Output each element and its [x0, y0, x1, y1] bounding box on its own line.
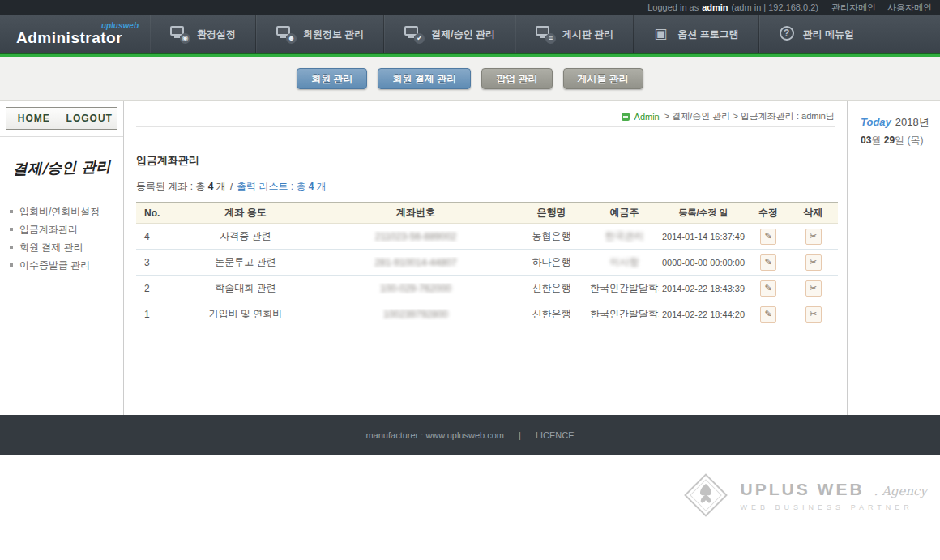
- nav-item[interactable]: ≡게시판 관리: [515, 15, 634, 53]
- today-date: 03월 29일 (목): [861, 134, 940, 147]
- cell-date: 2014-02-22 18:44:20: [659, 310, 748, 319]
- cell-delete: ✂: [788, 280, 838, 297]
- top-strip: Logged in as admin (adm in | 192.168.0.2…: [0, 0, 940, 15]
- column-header: No.: [136, 207, 173, 219]
- topbar-links: 관리자메인사용자메인: [831, 2, 932, 14]
- table-row: 3논문투고 관련281-910014-44807하나은행이사항0000-00-0…: [136, 250, 838, 276]
- cell-bank: 신한은행: [513, 281, 590, 295]
- cell-date: 2014-01-14 16:37:49: [659, 232, 748, 242]
- breadcrumb-icon: [622, 113, 630, 121]
- breadcrumb-root[interactable]: Admin: [634, 112, 660, 122]
- bottom-area: UPLUS WEB . Agency WEB BUSINESS PARTNER: [0, 455, 940, 560]
- count-line: 등록된 계좌 : 총 4 개 / 출력 리스트 : 총 4 개: [136, 180, 327, 194]
- logged-in-session: (adm in | 192.168.0.2): [732, 2, 818, 12]
- count-separator: /: [230, 182, 233, 193]
- cell-edit: ✎: [748, 306, 788, 323]
- column-header: 은행명: [513, 206, 590, 220]
- breadcrumb: Admin > 결제/승인 관리 > 입금계좌관리 : admin님: [622, 110, 835, 122]
- cell-account: 100-029-762000: [318, 283, 513, 294]
- edit-button[interactable]: ✎: [760, 306, 776, 323]
- cell-holder: 이사항: [590, 255, 659, 269]
- diamond-butterfly-icon: [681, 470, 731, 520]
- main-nav: ◉환경설정☻회원정보 관리✔결제/승인 관리≡게시판 관리▣옵션 프로그램?관리…: [150, 15, 874, 53]
- table-row: 1가입비 및 연회비100239792800신한은행한국인간발달학회2014-0…: [136, 301, 838, 327]
- cell-bank: 하나은행: [513, 255, 590, 269]
- quick-button[interactable]: 팝업 관리: [481, 68, 552, 89]
- quick-button[interactable]: 게시물 관리: [563, 68, 643, 89]
- table-body: 4자격증 관련211023-56-889002농협은행한국관리2014-01-1…: [136, 224, 838, 327]
- nav-item-label: 옵션 프로그램: [677, 28, 738, 41]
- nav-item-label: 관리 메뉴얼: [803, 28, 854, 41]
- sidebar-menu-item[interactable]: 이수증발급 관리: [19, 260, 123, 271]
- delete-button[interactable]: ✂: [805, 254, 822, 271]
- sidebar-section-title: 결제/승인 관리: [0, 156, 123, 179]
- pen-icon: ✎: [764, 232, 771, 241]
- home-button[interactable]: HOME: [6, 108, 62, 129]
- nav-item[interactable]: ?관리 메뉴얼: [759, 15, 874, 53]
- edit-button[interactable]: ✎: [760, 254, 776, 271]
- quick-buttons: 회원 관리회원 결제 관리팝업 관리게시물 관리: [297, 68, 643, 89]
- manufacturer-link[interactable]: manufacturer : www.uplusweb.com: [365, 430, 504, 440]
- delete-button[interactable]: ✂: [805, 280, 822, 297]
- column-header: 등록/수정 일: [659, 207, 748, 219]
- list-count-link[interactable]: 출력 리스트 : 총 4 개: [237, 180, 327, 194]
- cell-purpose: 논문투고 관련: [173, 255, 318, 269]
- edit-button[interactable]: ✎: [760, 280, 776, 297]
- main-right-border: [847, 101, 848, 415]
- monitor-mouse-icon: ◉: [170, 26, 190, 42]
- sidebar-menu-item[interactable]: 회원 결제 관리: [19, 242, 123, 253]
- cell-delete: ✂: [788, 229, 838, 245]
- cell-delete: ✂: [788, 306, 838, 323]
- cubes-icon: ▣: [654, 26, 670, 42]
- nav-item-label: 결제/승인 관리: [431, 28, 495, 41]
- topbar-link[interactable]: 관리자메인: [831, 2, 876, 14]
- table-header-row: No.계좌 용도계좌번호은행명예금주등록/수정 일수정삭제: [136, 202, 838, 224]
- logo-suffix: . Agency: [874, 484, 927, 498]
- uplusweb-agency-logo: UPLUS WEB . Agency WEB BUSINESS PARTNER: [681, 470, 927, 520]
- cell-holder: 한국인간발달학회: [590, 281, 659, 295]
- cell-edit: ✎: [748, 254, 788, 271]
- brand-title: Administrator: [16, 30, 150, 46]
- cell-account: 100239792800: [318, 309, 513, 320]
- pen-icon: ✎: [764, 310, 771, 318]
- scissors-icon: ✂: [810, 310, 817, 318]
- cell-delete: ✂: [788, 254, 838, 271]
- cell-date: 0000-00-00 00:00:00: [659, 258, 748, 267]
- page-title: 입금계좌관리: [136, 153, 199, 168]
- cell-holder: 한국인간발달학회: [590, 307, 659, 321]
- licence-link[interactable]: LICENCE: [536, 430, 575, 440]
- column-header: 삭제: [788, 206, 838, 220]
- sidebar-menu-item[interactable]: 입회비/연회비설정: [19, 207, 123, 217]
- edit-button[interactable]: ✎: [760, 229, 776, 245]
- logged-in-prefix: Logged in as: [647, 2, 699, 12]
- column-header: 계좌번호: [318, 206, 513, 220]
- quick-button[interactable]: 회원 결제 관리: [378, 68, 471, 89]
- nav-item[interactable]: ✔결제/승인 관리: [384, 15, 515, 53]
- sidebar-menu-item[interactable]: 입금계좌관리: [19, 224, 123, 235]
- logo-name: UPLUS WEB: [741, 480, 865, 499]
- breadcrumb-path: > 결제/승인 관리 > 입금계좌관리 : admin님: [664, 110, 835, 122]
- content-body: HOME LOGOUT 결제/승인 관리 입회비/연회비설정입금계좌관리회원 결…: [0, 101, 940, 415]
- nav-item[interactable]: ◉환경설정: [150, 15, 256, 53]
- column-header: 예금주: [590, 206, 659, 220]
- delete-button[interactable]: ✂: [805, 306, 822, 323]
- cell-account: 281-910014-44807: [318, 257, 513, 268]
- pen-icon: ✎: [764, 258, 771, 267]
- logout-button[interactable]: LOGOUT: [62, 108, 118, 129]
- cell-no: 4: [136, 231, 173, 242]
- nav-item[interactable]: ▣옵션 프로그램: [634, 15, 758, 53]
- logged-in-username: admin: [702, 2, 728, 12]
- cell-account: 211023-56-889002: [318, 231, 513, 242]
- table-row: 2학술대회 관련100-029-762000신한은행한국인간발달학회2014-0…: [136, 276, 838, 301]
- delete-button[interactable]: ✂: [805, 229, 822, 245]
- today-line: Today2018년: [861, 115, 940, 130]
- cell-bank: 농협은행: [513, 229, 590, 243]
- nav-item-label: 게시판 관리: [562, 28, 613, 41]
- pen-icon: ✎: [764, 284, 771, 293]
- column-header: 계좌 용도: [173, 206, 318, 220]
- nav-item[interactable]: ☻회원정보 관리: [256, 15, 384, 53]
- scissors-icon: ✂: [810, 232, 817, 241]
- sidebar-menu: 입회비/연회비설정입금계좌관리회원 결제 관리이수증발급 관리: [0, 207, 123, 271]
- topbar-link[interactable]: 사용자메인: [887, 2, 932, 14]
- quick-button[interactable]: 회원 관리: [297, 68, 367, 89]
